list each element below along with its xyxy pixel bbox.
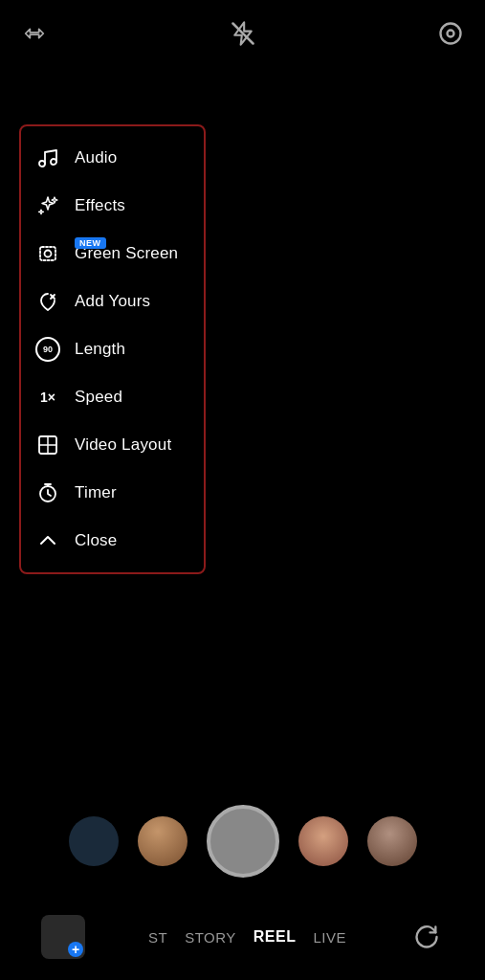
tab-live[interactable]: LIVE (313, 929, 346, 946)
video-layout-icon (34, 432, 61, 458)
menu-item-video-layout[interactable]: Video Layout (21, 421, 204, 469)
sparkles-icon (34, 192, 61, 219)
story-thumbnail-1[interactable] (138, 816, 187, 866)
speed-icon: 1× (34, 384, 61, 411)
flip-camera-button[interactable] (17, 16, 52, 51)
svg-point-2 (448, 31, 454, 37)
svg-point-6 (45, 251, 52, 257)
menu-item-close-label: Close (75, 531, 117, 550)
top-bar (0, 0, 485, 67)
menu-item-timer-label: Timer (75, 483, 117, 502)
menu-item-video-layout-label: Video Layout (75, 435, 171, 455)
add-yours-icon (34, 288, 61, 315)
menu-item-length[interactable]: 90 Length (21, 325, 204, 373)
music-note-icon (34, 145, 61, 171)
length-icon: 90 (34, 336, 61, 363)
camera-controls (0, 798, 485, 884)
menu-item-speed-label: Speed (75, 388, 122, 407)
svg-point-3 (39, 161, 45, 167)
svg-rect-5 (40, 247, 55, 260)
speed-value: 1× (40, 390, 55, 405)
gallery-button[interactable] (41, 915, 85, 959)
new-badge: NEW (75, 237, 106, 249)
tab-story[interactable]: STORY (185, 929, 236, 946)
menu-item-effects-label: Effects (75, 196, 125, 215)
timer-icon (34, 479, 61, 506)
menu-item-green-screen[interactable]: NEW Green Screen (21, 230, 204, 278)
settings-button[interactable] (433, 16, 468, 51)
story-thumbnail-3[interactable] (367, 816, 417, 866)
length-value-badge: 90 (35, 337, 60, 362)
svg-point-1 (441, 24, 461, 44)
menu-item-speed[interactable]: 1× Speed (21, 373, 204, 421)
menu-item-add-yours-label: Add Yours (75, 292, 150, 311)
flash-toggle-button[interactable] (226, 16, 260, 51)
tab-reel[interactable]: REEL (254, 928, 297, 946)
menu-item-audio-label: Audio (75, 148, 117, 167)
menu-item-close[interactable]: Close (21, 517, 204, 565)
bottom-nav: ST STORY REEL LIVE (0, 894, 485, 980)
menu-panel: Audio Effects NEW Green Screen (19, 124, 206, 574)
story-thumbnail-2[interactable] (298, 816, 348, 866)
close-chevron-icon (34, 527, 61, 554)
capture-button[interactable] (207, 805, 279, 878)
menu-item-audio[interactable]: Audio (21, 134, 204, 182)
menu-item-effects[interactable]: Effects (21, 182, 204, 230)
green-screen-icon (34, 240, 61, 267)
menu-item-add-yours[interactable]: Add Yours (21, 278, 204, 325)
menu-item-length-label: Length (75, 340, 125, 359)
nav-tabs: ST STORY REEL LIVE (148, 928, 346, 946)
tab-st[interactable]: ST (148, 929, 167, 946)
refresh-button[interactable] (409, 920, 444, 954)
camera-roll-preview[interactable] (69, 816, 119, 866)
menu-item-timer[interactable]: Timer (21, 469, 204, 517)
